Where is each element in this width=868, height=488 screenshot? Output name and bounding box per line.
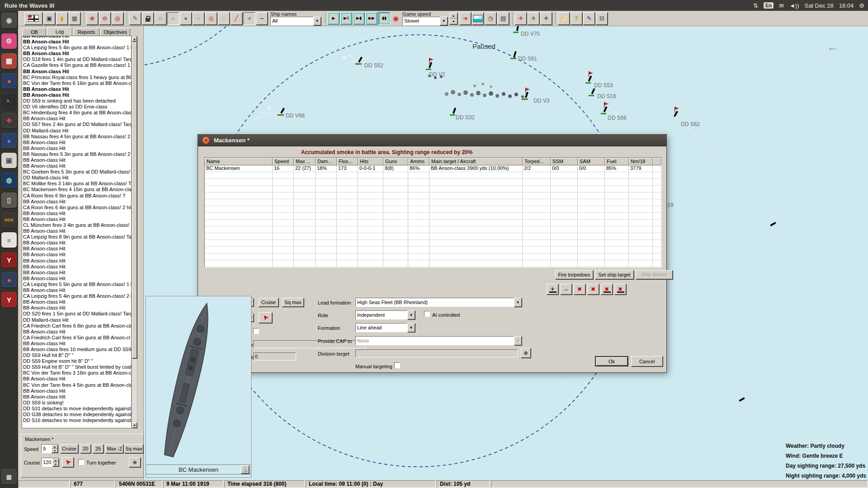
lock-app-icon[interactable]: ◍ <box>1 173 17 188</box>
exit-door-button[interactable]: ▮ <box>56 12 68 25</box>
role-select[interactable]: Independent ▼ <box>355 310 415 319</box>
tab-objectives[interactable]: Objectives <box>100 28 130 36</box>
software-app-icon[interactable]: ❖ <box>1 113 17 128</box>
lightning-button[interactable]: ⚡ <box>558 12 570 25</box>
lock-button[interactable] <box>142 12 154 25</box>
turn-together-checkbox[interactable] <box>78 459 84 465</box>
package-app-icon[interactable]: ▣ <box>1 153 17 168</box>
stopwatch-button[interactable]: ◷ <box>485 12 496 25</box>
log-scroll-down-button[interactable]: ▼ <box>132 422 137 428</box>
tab-reports[interactable]: Reports <box>73 28 99 36</box>
center-on-ship-button[interactable]: ⊕ <box>129 457 141 467</box>
set-division-target-button[interactable]: ⊕ <box>521 348 531 358</box>
table-column-header[interactable]: Floo... <box>337 158 358 165</box>
circle-green-button[interactable]: ○ <box>193 12 204 25</box>
anchor-button[interactable]: ⚓ <box>241 465 249 474</box>
draw-tool-button[interactable]: ✎ <box>129 12 141 25</box>
browser-app-icon[interactable]: ● <box>1 133 17 148</box>
log-scroll-up-button[interactable]: ▲ <box>132 36 137 42</box>
advance-arrow-button[interactable]: ➔ <box>459 12 471 25</box>
archive-app-icon[interactable]: ▯ <box>1 192 17 208</box>
game-speed-select[interactable]: Slower▼ <box>402 17 448 25</box>
german-ensign-button[interactable] <box>24 12 42 25</box>
speed-up-button[interactable]: ▲ <box>52 445 58 449</box>
table-column-header[interactable]: Torped... <box>523 158 551 165</box>
files-app-icon[interactable]: ▦ <box>1 53 17 69</box>
chevron-down-icon[interactable]: ▼ <box>407 323 415 332</box>
zoom-area-button[interactable]: ◎ <box>112 12 123 25</box>
ship-names-select[interactable]: All▼ <box>270 17 321 25</box>
ship-status-table[interactable]: NameSpeedMax ...Dam...Floo...HitsGunsAmm… <box>204 157 662 267</box>
table-column-header[interactable]: Fuel <box>605 158 629 165</box>
help-button[interactable]: ? <box>571 12 582 25</box>
air-settings-button[interactable]: ✈ <box>540 12 552 25</box>
dots-button[interactable]: ••• <box>256 12 268 25</box>
speed-down-button[interactable]: ▼ <box>52 449 58 453</box>
dialog-cruise-button[interactable]: Cruise <box>259 298 278 307</box>
cancel-torpedo-target-button[interactable]: ✖ <box>614 284 626 295</box>
play-5-button[interactable]: ▶5 <box>340 12 352 25</box>
log-scroll-thumb[interactable] <box>132 42 137 358</box>
game-speed-stepper[interactable]: ▲▼ <box>449 13 458 24</box>
firefox-2-icon[interactable]: ● <box>1 272 17 287</box>
tab-log[interactable]: Log <box>47 27 72 36</box>
wine-2-app-icon[interactable]: Y <box>1 292 17 307</box>
chevron-down-icon[interactable]: ▼ <box>440 17 448 25</box>
ai-controlled-checkbox[interactable] <box>424 311 430 317</box>
volume-icon[interactable]: ◄)) <box>789 2 799 9</box>
clock-date[interactable]: Sat Dec 28 <box>804 2 833 9</box>
table-column-header[interactable]: Dam... <box>316 158 337 165</box>
table-column-header[interactable]: Hits <box>358 158 383 165</box>
circle-dark-button[interactable]: ● <box>180 12 192 25</box>
dialog-sq-max-button[interactable]: Sq max <box>282 298 304 307</box>
max-speed-button[interactable]: Max -2 <box>105 444 123 453</box>
dosbox-icon[interactable]: DOS <box>1 212 17 228</box>
text-editor-icon[interactable]: ≡ <box>1 232 17 248</box>
dialog-set-course-button[interactable]: ➤ <box>259 312 272 323</box>
table-column-header[interactable]: Nm/18 <box>629 158 653 165</box>
zoom-out-button[interactable]: ⊖ <box>99 12 111 25</box>
table-column-header[interactable]: Max ... <box>294 158 316 165</box>
pause-button[interactable]: ▮▮ <box>378 12 390 25</box>
play-fast-button[interactable]: ▶▶ <box>366 12 377 25</box>
table-row[interactable]: BC Mackensen1622 (27)18%1730-0-0-18(8)86… <box>205 165 661 172</box>
chevron-down-icon[interactable]: ▼ <box>514 298 522 307</box>
fire-torpedoes-button[interactable]: Fire torpedoes <box>555 270 593 279</box>
speed-20-button[interactable]: 20 <box>80 444 91 453</box>
clock-time[interactable]: 16:04 <box>839 2 854 9</box>
zoom-in-button[interactable]: ⊕ <box>86 12 98 25</box>
course-down-button[interactable]: ▼ <box>52 462 59 466</box>
bearing-line-button[interactable]: ╱ <box>231 12 242 25</box>
circle-red-button[interactable]: ◎ <box>205 12 217 25</box>
log-scrollbar[interactable]: ▲ ▼ <box>132 36 137 428</box>
speed-stepper[interactable]: 9 ▲▼ <box>41 444 58 453</box>
speed-down-button[interactable]: ▼ <box>449 19 458 24</box>
set-course-button[interactable]: ➤ <box>62 457 74 467</box>
course-up-button[interactable]: ▲ <box>52 458 59 462</box>
formation-select[interactable]: Line ahead ▼ <box>355 323 415 332</box>
log-book-button[interactable]: ▤ <box>497 12 509 25</box>
sq-max-button[interactable]: Sq max <box>124 444 143 453</box>
save-button[interactable]: ▣ <box>43 12 55 25</box>
circle-white-button[interactable]: ○ <box>155 12 166 25</box>
chevron-down-icon[interactable]: ▼ <box>313 17 321 25</box>
table-column-header[interactable]: Name <box>205 158 273 165</box>
table-column-header[interactable] <box>653 158 661 165</box>
tab-ob[interactable]: OB <box>23 28 46 36</box>
course-value[interactable]: 120 <box>42 458 52 466</box>
cancel-sea-target-button[interactable]: ✖ <box>601 284 613 295</box>
table-column-header[interactable]: SSM <box>551 158 578 165</box>
terminal-icon[interactable]: >_ <box>1 93 17 108</box>
play-button[interactable]: ▶ <box>328 12 340 25</box>
enemy-aircraft-button[interactable]: ✈ <box>515 12 527 25</box>
circle-toggle-button[interactable]: ○ <box>167 12 179 25</box>
table-column-header[interactable]: Main target / Aircraft <box>429 158 523 165</box>
speed-value[interactable]: 9 <box>42 445 52 453</box>
report-button[interactable]: ✎ <box>583 12 595 25</box>
battle-log-list[interactable]: BB Anson-class HitBB Anson-class HitCA L… <box>22 36 132 428</box>
chevron-down-icon[interactable]: ▼ <box>407 310 415 319</box>
ok-button[interactable]: Ok <box>595 356 628 366</box>
mail-icon[interactable]: ✉ <box>779 2 784 9</box>
network-arrows-icon[interactable]: ⇅ <box>753 2 758 9</box>
keyboard-layout-indicator[interactable]: En <box>764 2 774 9</box>
